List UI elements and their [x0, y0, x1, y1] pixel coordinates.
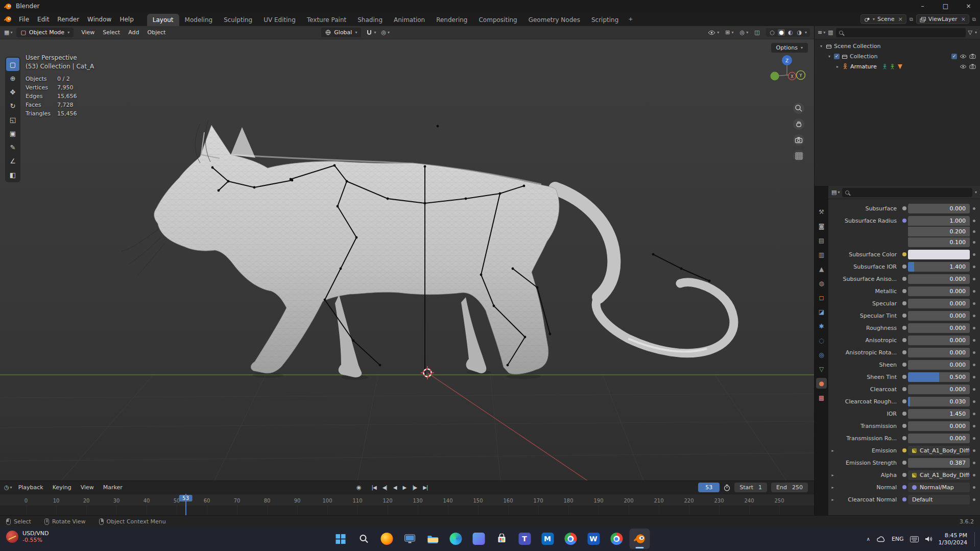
property-slider-field[interactable]: 0.000 [908, 348, 970, 357]
animate-decorator[interactable] [970, 376, 978, 378]
outliner-editor-icon[interactable]: ≡▾ [818, 29, 825, 36]
options-dropdown[interactable]: Options ▾ [771, 43, 808, 53]
properties-tab-scene[interactable]: ▲ [816, 263, 827, 274]
shading-rendered-button[interactable]: ◑ [796, 29, 803, 36]
navigation-gizmo[interactable]: Z X Y [768, 53, 807, 93]
property-link-field[interactable]: Cat_A1_Body_Diffuse... [908, 470, 970, 480]
properties-tab-physics[interactable]: ◌ [816, 335, 827, 346]
workspace-tab-rendering[interactable]: Rendering [431, 14, 473, 26]
property-slider-field[interactable]: 0.000 [908, 336, 970, 345]
property-slider-field[interactable]: 0.500 [908, 372, 970, 382]
shading-wireframe-button[interactable]: ○ [769, 29, 776, 36]
taskbar-app-teams[interactable]: T [514, 529, 535, 549]
expand-icon[interactable]: ▸ [829, 497, 836, 502]
taskbar-app-chrome[interactable] [560, 529, 581, 549]
color-swatch-field[interactable] [908, 250, 970, 259]
current-frame-field[interactable]: 53 [698, 483, 720, 492]
tool-transform-button[interactable]: ▣ [6, 127, 19, 140]
onedrive-cloud-icon[interactable] [876, 536, 886, 542]
tool-move-button[interactable]: ✥ [6, 85, 19, 99]
auto-keyframe-button[interactable]: ◉ [356, 484, 362, 491]
workspace-tab-geometry-nodes[interactable]: Geometry Nodes [523, 14, 586, 26]
property-slider-field[interactable]: 0.000 [908, 286, 970, 296]
property-slider-field[interactable]: 1.400 [908, 262, 970, 272]
new-view-layer-icon[interactable]: ⧉ [972, 16, 976, 22]
next-keyframe-button[interactable]: |▶ [412, 485, 417, 490]
previous-keyframe-button[interactable]: ◀| [383, 485, 387, 490]
jump-to-end-button[interactable]: ▶| [423, 485, 427, 490]
property-slider-field[interactable]: 0.000 [908, 204, 970, 213]
expand-icon[interactable]: ▾ [819, 44, 824, 49]
show-desktop-button[interactable] [974, 532, 976, 546]
collection-checkbox[interactable]: ✓ [834, 54, 840, 59]
xray-toggle[interactable]: ◫ [754, 29, 759, 36]
menu-file[interactable]: File [15, 14, 33, 25]
property-slider-field[interactable]: 0.000 [908, 274, 970, 284]
tool-select-box-button[interactable]: ▢ [6, 58, 19, 71]
animate-decorator[interactable] [970, 315, 978, 317]
minimize-button[interactable]: – [911, 0, 934, 12]
animate-decorator[interactable] [970, 339, 978, 342]
taskbar-app-display[interactable] [399, 529, 420, 549]
viewport-menu-add[interactable]: Add [125, 28, 142, 37]
animate-decorator[interactable] [970, 290, 978, 293]
animate-decorator[interactable] [970, 388, 978, 391]
animate-decorator[interactable] [970, 449, 978, 452]
property-slider-field[interactable]: 0.000 [908, 385, 970, 394]
shading-material-button[interactable]: ◐ [787, 29, 794, 36]
animate-decorator[interactable] [970, 462, 978, 464]
scene-selector[interactable]: ▾ Scene × [861, 14, 906, 24]
animate-decorator[interactable] [970, 241, 978, 244]
properties-tab-particles[interactable]: ✱ [816, 321, 827, 331]
properties-editor-icon[interactable]: ▤▾ [831, 189, 840, 196]
clock[interactable]: 8:45 PM 1/30/2024 [939, 532, 967, 546]
hidden-icons-chevron[interactable]: ∧ [867, 536, 870, 542]
properties-search-input[interactable] [842, 188, 972, 197]
timeline-track-area[interactable] [0, 506, 814, 515]
timeline-menu-playback[interactable]: Playback [14, 483, 47, 492]
workspace-tab-layout[interactable]: Layout [147, 14, 179, 26]
tool-scale-button[interactable]: ◱ [6, 113, 19, 126]
unlink-scene-button[interactable]: × [898, 16, 903, 22]
taskbar-app-mail[interactable]: M [537, 529, 558, 549]
taskbar-widget[interactable]: USD/VND -0.55% [6, 530, 49, 543]
stopwatch-icon[interactable] [724, 484, 730, 491]
property-number-field[interactable]: 0.200 [908, 227, 970, 236]
property-slider-field[interactable]: 0.000 [908, 311, 970, 321]
animate-decorator[interactable] [970, 437, 978, 440]
filter-icon[interactable]: ▽ [968, 29, 972, 36]
language-indicator[interactable]: ENG [892, 536, 904, 542]
workspace-tab-animation[interactable]: Animation [388, 14, 431, 26]
camera-render-icon[interactable] [969, 54, 976, 59]
overlays-dropdown[interactable]: ◎▾ [740, 29, 749, 36]
blender-menu-icon[interactable] [4, 15, 12, 23]
timeline-ruler[interactable]: 0102030405060708090100110120130140150160… [0, 494, 814, 506]
animate-decorator[interactable] [970, 207, 978, 210]
tool-annotate-button[interactable]: ✎ [6, 140, 19, 154]
taskbar-app-photos[interactable] [468, 529, 489, 549]
properties-tab-object-data[interactable]: ▽ [816, 364, 827, 374]
taskbar-app-file-explorer[interactable] [422, 529, 443, 549]
property-number-field[interactable]: 1.450 [908, 409, 970, 419]
viewport-menu-view[interactable]: View [78, 28, 98, 37]
taskbar-app-blender[interactable] [629, 529, 650, 549]
animate-decorator[interactable] [970, 230, 978, 233]
tool-cursor-button[interactable]: ⊕ [6, 71, 19, 85]
property-number-field[interactable]: 0.100 [908, 237, 970, 247]
taskbar-app-store[interactable] [491, 529, 512, 549]
property-slider-field[interactable]: 0.000 [908, 323, 970, 333]
gizmos-dropdown[interactable]: ⊞▾ [725, 29, 733, 36]
workspace-tab-sculpting[interactable]: Sculpting [218, 14, 258, 26]
workspace-tab-scripting[interactable]: Scripting [586, 14, 624, 26]
animate-decorator[interactable] [970, 302, 978, 305]
properties-tab-material[interactable]: ● [816, 378, 827, 389]
animate-decorator[interactable] [970, 413, 978, 415]
unlink-view-layer-button[interactable]: × [961, 16, 966, 22]
properties-tab-tool[interactable]: ⚒ [816, 206, 827, 217]
touch-keyboard-icon[interactable] [910, 536, 919, 542]
properties-tab-world[interactable]: ◍ [816, 278, 827, 289]
viewport-3d[interactable]: ▢⊕✥↻◱▣✎∠◧ User Perspective (53) Collecti… [0, 39, 814, 481]
workspace-tab-texture-paint[interactable]: Texture Paint [301, 14, 352, 26]
workspace-tab-shading[interactable]: Shading [352, 14, 388, 26]
expand-icon[interactable]: ▸ [829, 448, 836, 453]
